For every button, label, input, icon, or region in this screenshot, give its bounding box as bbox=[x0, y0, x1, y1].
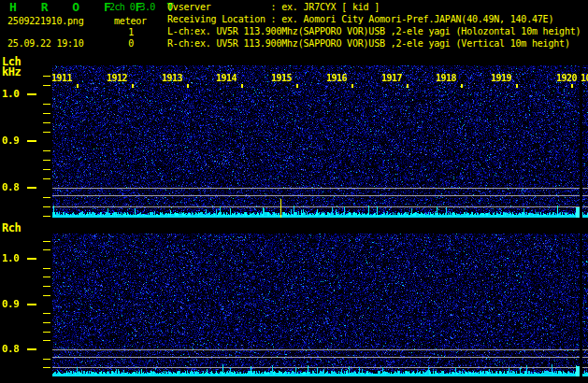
freq-tick-minor bbox=[43, 85, 50, 86]
freq-tick-minor bbox=[43, 160, 50, 161]
freq-tick-label: 0.9 bbox=[2, 135, 19, 147]
freq-tick-minor bbox=[43, 340, 50, 341]
freq-tick-minor bbox=[43, 206, 50, 207]
time-tick-mark bbox=[241, 84, 243, 88]
khz-unit-label: kHz bbox=[2, 67, 21, 78]
mode-label: meteor bbox=[114, 16, 147, 26]
freq-tick-minor bbox=[43, 122, 50, 123]
freq-tick-minor bbox=[43, 150, 50, 151]
time-tick-mark bbox=[132, 84, 134, 88]
time-tick-label: 1919 bbox=[491, 73, 511, 83]
freq-tick-major bbox=[27, 187, 36, 189]
lch-spectrogram bbox=[52, 65, 588, 218]
freq-tick-label: 0.9 bbox=[2, 299, 19, 310]
time-tick-label: 1912 bbox=[107, 73, 127, 83]
freq-tick-minor bbox=[43, 169, 50, 170]
freq-tick-minor bbox=[43, 113, 50, 114]
freq-tick-minor bbox=[43, 197, 50, 198]
time-tick-label: 1911 bbox=[51, 73, 72, 83]
freq-tick-label: 1.0 bbox=[2, 253, 19, 264]
meteor-count-rch: 0 bbox=[115, 38, 134, 49]
time-tick-label: 1917 bbox=[381, 73, 402, 83]
time-tick-mark bbox=[351, 84, 353, 88]
rch-label: Rch bbox=[2, 223, 21, 234]
time-tick-label: 1920 bbox=[556, 73, 577, 83]
freq-tick-minor bbox=[43, 332, 50, 333]
freq-tick-major bbox=[27, 258, 36, 260]
freq-tick-minor bbox=[43, 216, 50, 217]
freq-tick-minor bbox=[43, 367, 50, 368]
time-tick-label: 1916 bbox=[326, 73, 347, 83]
info-line-lch-setup: L-ch:ex. UV5R 113.900Mhz(SAPPORO VOR)USB… bbox=[167, 26, 581, 36]
freq-tick-minor bbox=[43, 322, 50, 323]
meteor-echo-marker bbox=[280, 199, 281, 218]
freq-tick-major bbox=[27, 93, 36, 95]
time-tick-mark bbox=[461, 84, 463, 88]
freq-tick-minor bbox=[43, 313, 50, 314]
time-tick-mark bbox=[571, 84, 573, 88]
time-tick-label: 1918 bbox=[436, 73, 456, 83]
time-tick-mark bbox=[296, 84, 298, 88]
freq-tick-minor bbox=[43, 241, 50, 242]
freq-tick-minor bbox=[43, 249, 50, 250]
hrofft-screen: H R O F F T 2ch 0.3.0 2509221910.png met… bbox=[0, 0, 588, 383]
freq-tick-minor bbox=[43, 76, 50, 77]
app-title: H R O F F T bbox=[9, 2, 182, 13]
meteor-count-lch: 1 bbox=[115, 27, 134, 37]
time-tick-label: 1913 bbox=[162, 73, 182, 83]
freq-tick-minor bbox=[43, 104, 50, 105]
info-line-location: Receiving Location : ex. Aomori City Aom… bbox=[167, 14, 553, 24]
rch-spectrogram bbox=[52, 234, 588, 376]
freq-tick-minor bbox=[43, 268, 50, 269]
app-version: 2ch 0.3.0 bbox=[109, 2, 155, 12]
freq-tick-major bbox=[27, 140, 36, 142]
info-line-observer: Ovserver : ex. JR7CYX [ kid ] bbox=[167, 2, 380, 12]
info-line-rch-setup: R-ch:ex. UV5R 113.900Mhz(SAPPORO VOR)USB… bbox=[167, 38, 570, 49]
freq-tick-major bbox=[27, 348, 36, 350]
timestamp: 25.09.22 19:10 bbox=[7, 38, 84, 49]
time-tick-mark bbox=[407, 84, 409, 88]
freq-tick-label: 0.8 bbox=[2, 344, 19, 355]
freq-tick-label: 1.0 bbox=[2, 89, 19, 100]
time-tick-mark bbox=[77, 84, 79, 88]
time-edge-partial-label: 10 bbox=[581, 73, 588, 83]
freq-tick-minor bbox=[43, 132, 50, 133]
freq-tick-label: 0.8 bbox=[2, 182, 19, 193]
freq-tick-minor bbox=[43, 359, 50, 360]
time-tick-mark bbox=[187, 84, 189, 88]
freq-tick-minor bbox=[43, 295, 50, 296]
freq-tick-minor bbox=[43, 286, 50, 287]
freq-tick-minor bbox=[43, 178, 50, 179]
time-tick-label: 1915 bbox=[271, 73, 292, 83]
freq-tick-minor bbox=[43, 277, 50, 277]
freq-tick-major bbox=[27, 304, 36, 305]
time-tick-label: 1914 bbox=[216, 73, 237, 83]
time-tick-mark bbox=[516, 84, 518, 88]
file-name: 2509221910.png bbox=[7, 16, 84, 26]
